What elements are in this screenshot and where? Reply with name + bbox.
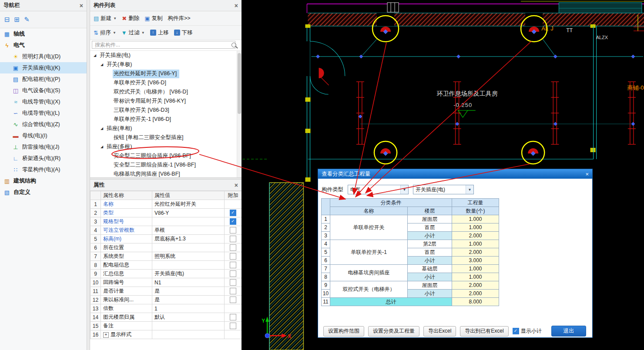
arrow-up-icon: ↑ — [150, 30, 156, 36]
attach-checkbox[interactable] — [230, 297, 236, 303]
expand-icon[interactable]: + — [103, 332, 109, 338]
axis-icon: ▦ — [3, 31, 10, 37]
tree-item[interactable]: 光控红外延时开关 [V86-Y] — [90, 69, 242, 78]
attach-checkbox[interactable] — [230, 218, 236, 225]
property-value[interactable]: 1 — [152, 304, 225, 313]
attach-checkbox[interactable] — [230, 210, 236, 216]
new-component-button[interactable]: ▤ 新建 ▼ — [94, 15, 117, 22]
tree-group[interactable]: ◢插座(多根) — [90, 142, 242, 151]
tree-item[interactable]: 按钮 [单相二三眼安全型插座] — [90, 133, 242, 142]
scrollbar-thumb[interactable] — [238, 53, 241, 114]
nav-item-cable[interactable]: ∽电缆导管(电)(L) — [0, 107, 87, 119]
nav-item-axis[interactable]: ▦轴线 — [0, 28, 87, 40]
expander-icon[interactable]: ◢ — [100, 127, 104, 130]
attach-checkbox[interactable] — [230, 244, 236, 251]
expander-icon[interactable]: ◢ — [93, 53, 97, 57]
sort-button[interactable]: ⇅ 排序 ▼ — [94, 29, 116, 37]
attach-checkbox[interactable] — [230, 227, 236, 233]
property-value[interactable]: 照明系统 — [152, 252, 225, 261]
panel-splitter[interactable] — [87, 0, 90, 350]
nav-item-structure[interactable]: ▥建筑结构 — [0, 175, 87, 187]
attach-checkbox[interactable] — [230, 236, 236, 242]
close-icon[interactable]: × — [235, 3, 238, 9]
attach-checkbox[interactable] — [230, 270, 236, 277]
nav-item-tray[interactable]: ∟桥架通头(电)(R) — [0, 153, 87, 164]
nav-item-busbar[interactable]: ▬母线(电)(I) — [0, 130, 87, 141]
tree-item[interactable]: 电梯基坑房间插座 [V86-BF] — [90, 170, 242, 177]
row-number: 1 — [322, 215, 330, 223]
property-value[interactable] — [152, 217, 225, 226]
nav-item-equipment[interactable]: ◫电气设备(电)(S) — [0, 85, 87, 96]
attach-checkbox[interactable] — [230, 288, 236, 294]
nav-item-misc[interactable]: ∷零星构件(电)(A) — [0, 164, 87, 175]
component-type-dropdown[interactable]: 开关插座(电) ▼ — [413, 185, 474, 194]
tree-group[interactable]: ◢开关(单极) — [90, 60, 242, 69]
move-up-button[interactable]: ↑ 上移 — [150, 29, 169, 37]
attach-checkbox[interactable] — [230, 253, 236, 260]
quantity-cell: 2.000 — [452, 290, 499, 298]
set-component-range-button[interactable]: 设置构件范围 — [323, 326, 364, 337]
add-layout-icon[interactable]: ⊞ — [14, 16, 20, 23]
filter-button[interactable]: ▼ 过滤 ▼ — [121, 29, 145, 37]
tree-group[interactable]: ◢插座(单相) — [90, 124, 242, 133]
exit-button[interactable]: 退出 — [551, 326, 586, 337]
expander-icon[interactable]: ◢ — [100, 145, 104, 149]
property-value[interactable]: 单根 — [152, 226, 225, 235]
nav-item-pipeline[interactable]: ∿综合管线(电)(Z) — [0, 119, 87, 130]
tree-item[interactable]: 单联单控开关 [V86-D] — [90, 78, 242, 87]
nav-item-panel[interactable]: ▤配电箱柜(电)(P) — [0, 73, 87, 85]
nav-item-switch[interactable]: ▣开关插座(电)(K) — [0, 62, 87, 73]
export-existing-excel-button[interactable]: 导出到已有Excel — [460, 326, 508, 337]
search-input[interactable] — [92, 41, 235, 49]
close-icon[interactable]: × — [235, 182, 238, 188]
property-value[interactable] — [152, 330, 225, 339]
component-name-cell: 电梯基坑房间插座 — [330, 265, 408, 281]
property-value[interactable]: 层底标高+1.3 — [152, 235, 225, 243]
close-icon[interactable]: × — [585, 171, 589, 177]
close-icon[interactable]: × — [80, 3, 83, 9]
property-value[interactable]: N1 — [152, 278, 225, 287]
property-value[interactable]: 是 — [152, 296, 225, 304]
collapse-layout-icon[interactable]: ⊟ — [4, 16, 10, 23]
property-value[interactable] — [152, 243, 225, 252]
property-value[interactable]: 默认 — [152, 313, 225, 322]
tree-item[interactable]: 安全型二三眼组合插座-1 [V86-BF] — [90, 160, 242, 170]
tree-item[interactable]: 单联单控开关-1 [V86-D] — [90, 115, 242, 124]
component-library-button[interactable]: 构件库>> — [168, 15, 190, 22]
nav-item-electrical[interactable]: ϟ电气 — [0, 40, 87, 51]
edit-form-icon[interactable]: ✎ — [24, 16, 30, 23]
tree-item[interactable]: 安全型二三眼组合插座 [V86-BF] — [90, 151, 242, 160]
property-value[interactable] — [152, 322, 225, 330]
attach-checkbox[interactable] — [230, 323, 236, 329]
component-name-cell: 单联单控开关-1 — [330, 240, 408, 265]
attach-checkbox[interactable] — [230, 279, 236, 286]
attach-checkbox[interactable] — [230, 314, 236, 320]
scrollbar[interactable] — [237, 51, 242, 177]
nav-item-ground[interactable]: ⊥防雷接地(电)(J) — [0, 141, 87, 153]
set-classification-button[interactable]: 设置分类及工程量 — [368, 326, 419, 337]
tree-group[interactable]: ◢开关插座(电) — [90, 51, 242, 60]
category-dropdown[interactable]: 电气 ▼ — [348, 185, 409, 194]
nav-item-lighting[interactable]: ☀照明灯具(电)(D) — [0, 51, 87, 62]
property-value[interactable]: 光控红外延时开关 — [152, 200, 225, 209]
row-number: 7 — [322, 265, 330, 273]
dialog-titlebar[interactable]: 查看分类汇总工程量 × — [318, 169, 592, 179]
delete-component-button[interactable]: ✖ 删除 — [122, 15, 139, 22]
property-value[interactable] — [152, 261, 225, 270]
property-value[interactable]: 是 — [152, 287, 225, 296]
door-tag: TT — [566, 27, 573, 33]
tree-item[interactable]: 双控式开关（电梯井） [V86-D] — [90, 87, 242, 97]
export-excel-button[interactable]: 导出Excel — [423, 326, 456, 337]
tree-item[interactable]: 三联单控开关 [V86-D3] — [90, 106, 242, 115]
property-value[interactable]: V86-Y — [152, 209, 225, 217]
show-subtotal-option[interactable]: 显示小计 — [513, 327, 542, 335]
show-subtotal-checkbox[interactable] — [513, 328, 519, 334]
tree-item[interactable]: 带标识专用延时开关 [V86-KY] — [90, 97, 242, 106]
copy-component-button[interactable]: ▣ 复制 — [144, 15, 162, 22]
nav-item-wire[interactable]: ≈电线导管(电)(X) — [0, 96, 87, 107]
property-value[interactable]: 开关插座(电) — [152, 270, 225, 278]
move-down-button[interactable]: ↓ 下移 — [174, 29, 193, 37]
attach-checkbox[interactable] — [230, 262, 236, 268]
nav-item-custom[interactable]: ▧自定义 — [0, 187, 87, 198]
expander-icon[interactable]: ◢ — [100, 63, 104, 67]
